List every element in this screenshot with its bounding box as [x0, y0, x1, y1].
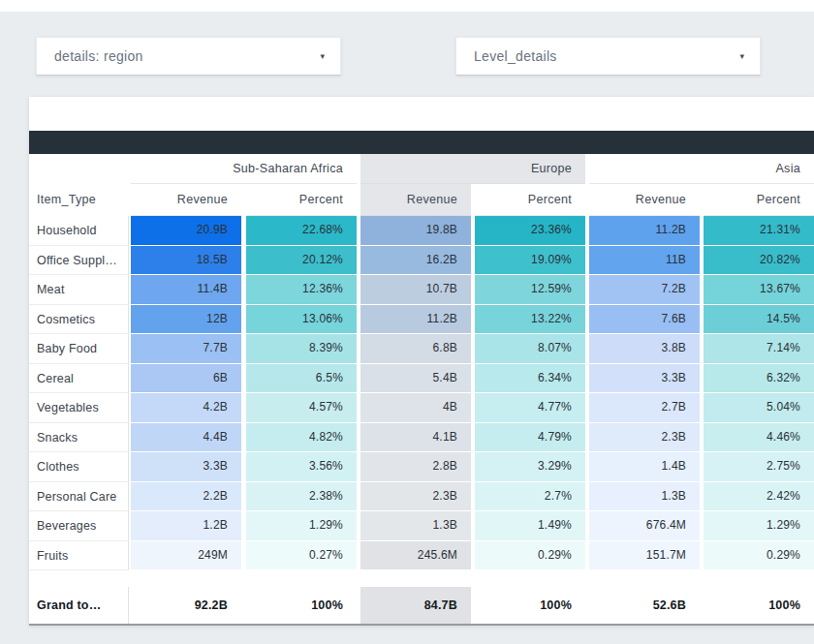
percent-cell[interactable]: 20.82%	[704, 246, 814, 275]
percent-cell[interactable]: 2.42%	[704, 482, 814, 511]
revenue-cell[interactable]: 2.7B	[589, 393, 700, 422]
item-type-label[interactable]: Clothes	[29, 452, 129, 482]
percent-cell[interactable]: 20.12%	[246, 246, 357, 275]
revenue-cell[interactable]: 245.6M	[360, 541, 471, 570]
revenue-cell[interactable]: 19.8B	[360, 216, 471, 245]
revenue-cell[interactable]: 2.3B	[360, 482, 471, 511]
revenue-cell[interactable]: 12B	[131, 305, 241, 334]
percent-cell[interactable]: 4.82%	[246, 423, 357, 452]
item-type-label[interactable]: Snacks	[29, 423, 129, 453]
revenue-cell[interactable]: 7.2B	[589, 275, 700, 304]
percent-cell[interactable]: 4.77%	[475, 393, 585, 422]
percent-cell[interactable]: 0.29%	[475, 541, 585, 570]
revenue-cell[interactable]: 6B	[131, 364, 241, 393]
revenue-cell[interactable]: 3.3B	[131, 452, 241, 481]
percent-cell[interactable]: 6.5%	[246, 364, 357, 393]
revenue-cell[interactable]: 5.4B	[360, 364, 471, 393]
percent-cell[interactable]: 3.29%	[475, 452, 585, 481]
item-type-label[interactable]: Meat	[29, 275, 129, 305]
table-row: Cereal6B6.5%5.4B6.34%3.3B6.32%	[29, 364, 814, 394]
percent-cell[interactable]: 7.14%	[704, 334, 814, 363]
asia-revenue-header[interactable]: Revenue	[589, 184, 700, 216]
revenue-cell[interactable]: 7.6B	[589, 305, 700, 334]
percent-cell[interactable]: 6.34%	[475, 364, 585, 393]
percent-cell[interactable]: 8.39%	[246, 334, 357, 363]
region-header-europe[interactable]: Europe	[360, 154, 585, 184]
percent-cell[interactable]: 2.7%	[475, 482, 585, 511]
percent-cell[interactable]: 3.56%	[246, 452, 357, 481]
item-type-label[interactable]: Personal Care	[29, 482, 129, 512]
revenue-cell[interactable]: 1.4B	[589, 452, 700, 481]
revenue-cell[interactable]: 6.8B	[360, 334, 471, 363]
percent-cell[interactable]: 19.09%	[475, 246, 585, 275]
item-type-header[interactable]: Item_Type	[29, 184, 129, 216]
revenue-cell[interactable]: 2.8B	[360, 452, 471, 481]
ssa-revenue-header[interactable]: Revenue	[131, 184, 241, 216]
revenue-cell[interactable]: 10.7B	[360, 275, 471, 304]
revenue-cell[interactable]: 4.1B	[360, 423, 471, 452]
revenue-cell[interactable]: 3.3B	[589, 364, 700, 393]
revenue-cell[interactable]: 11B	[589, 246, 700, 275]
percent-cell[interactable]: 22.68%	[246, 216, 357, 245]
revenue-cell[interactable]: 1.3B	[589, 482, 700, 511]
europe-revenue-header[interactable]: Revenue	[360, 184, 471, 216]
revenue-cell[interactable]: 676.4M	[589, 511, 700, 540]
percent-cell[interactable]: 14.5%	[704, 305, 814, 334]
percent-cell[interactable]: 4.46%	[704, 423, 814, 452]
grand-total-europe-revenue: 84.7B	[360, 587, 471, 624]
revenue-cell[interactable]: 11.4B	[131, 275, 241, 304]
details-region-dropdown[interactable]: details: region ▾	[36, 37, 341, 76]
revenue-cell[interactable]: 16.2B	[360, 246, 471, 275]
item-type-label[interactable]: Vegetables	[29, 393, 129, 423]
item-type-label[interactable]: Cosmetics	[29, 305, 129, 335]
revenue-cell[interactable]: 18.5B	[131, 246, 241, 275]
percent-cell[interactable]: 12.59%	[475, 275, 585, 304]
percent-cell[interactable]: 13.22%	[475, 305, 585, 334]
revenue-cell[interactable]: 11.2B	[589, 216, 700, 245]
region-header-sub-saharan-africa[interactable]: Sub-Saharan Africa	[131, 154, 357, 184]
percent-cell[interactable]: 8.07%	[475, 334, 585, 363]
revenue-cell[interactable]: 4B	[360, 393, 471, 422]
item-type-label[interactable]: Baby Food	[29, 334, 129, 364]
revenue-cell[interactable]: 1.2B	[131, 511, 241, 540]
percent-cell[interactable]: 13.06%	[246, 305, 357, 334]
item-type-label[interactable]: Fruits	[29, 541, 129, 571]
region-header-asia[interactable]: Asia	[589, 154, 814, 184]
percent-cell[interactable]: 2.38%	[246, 482, 357, 511]
europe-percent-header[interactable]: Percent	[475, 184, 585, 216]
percent-cell[interactable]: 13.67%	[704, 275, 814, 304]
item-type-label[interactable]: Household	[29, 216, 129, 246]
revenue-cell[interactable]: 2.2B	[131, 482, 241, 511]
percent-cell[interactable]: 4.57%	[246, 393, 357, 422]
table-toolbar	[29, 131, 814, 154]
revenue-cell[interactable]: 151.7M	[589, 541, 700, 570]
item-type-label[interactable]: Office Suppl…	[29, 246, 129, 276]
revenue-cell[interactable]: 4.2B	[131, 393, 241, 422]
item-type-label[interactable]: Beverages	[29, 511, 129, 541]
percent-cell[interactable]: 1.29%	[246, 511, 357, 540]
item-type-label[interactable]: Cereal	[29, 364, 129, 394]
revenue-cell[interactable]: 3.8B	[589, 334, 700, 363]
percent-cell[interactable]: 1.29%	[704, 511, 814, 540]
percent-cell[interactable]: 0.27%	[246, 541, 357, 570]
percent-cell[interactable]: 12.36%	[246, 275, 357, 304]
revenue-cell[interactable]: 2.3B	[589, 423, 700, 452]
asia-percent-header[interactable]: Percent	[704, 184, 814, 216]
table-row: Household20.9B22.68%19.8B23.36%11.2B21.3…	[29, 216, 814, 246]
percent-cell[interactable]: 5.04%	[704, 393, 814, 422]
percent-cell[interactable]: 0.29%	[704, 541, 814, 570]
percent-cell[interactable]: 6.32%	[704, 364, 814, 393]
percent-cell[interactable]: 21.31%	[704, 216, 814, 245]
ssa-percent-header[interactable]: Percent	[246, 184, 357, 216]
revenue-cell[interactable]: 4.4B	[131, 423, 241, 452]
percent-cell[interactable]: 4.79%	[475, 423, 585, 452]
level-details-dropdown[interactable]: Level_details ▾	[455, 37, 761, 76]
percent-cell[interactable]: 23.36%	[475, 216, 585, 245]
revenue-cell[interactable]: 20.9B	[131, 216, 241, 245]
revenue-cell[interactable]: 249M	[131, 541, 241, 570]
revenue-cell[interactable]: 11.2B	[360, 305, 471, 334]
revenue-cell[interactable]: 1.3B	[360, 511, 471, 540]
revenue-cell[interactable]: 7.7B	[131, 334, 241, 363]
percent-cell[interactable]: 2.75%	[704, 452, 814, 481]
percent-cell[interactable]: 1.49%	[475, 511, 585, 540]
